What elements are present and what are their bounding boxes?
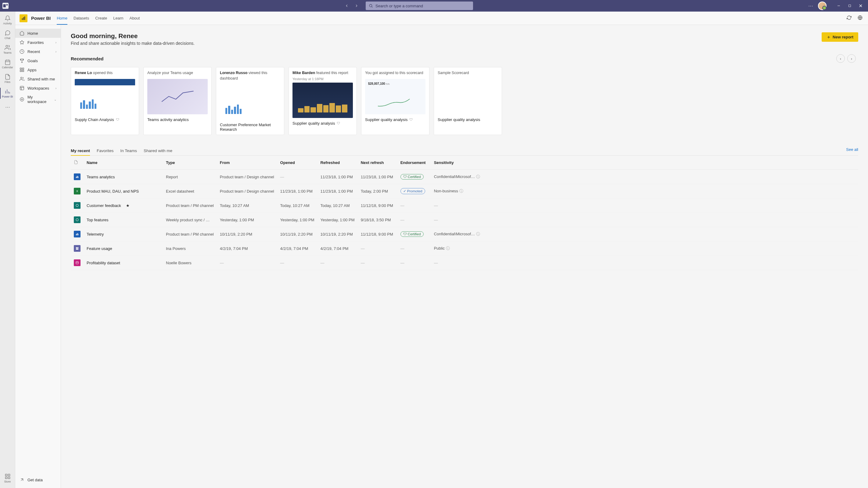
cell-next: Today, 2:00 PM: [358, 184, 397, 198]
carousel-next-button[interactable]: ›: [847, 54, 856, 63]
cell-type: Product team / PM channel: [163, 227, 217, 241]
star-icon: ★: [126, 203, 130, 208]
tab-my-recent[interactable]: My recent: [71, 146, 90, 156]
rail-calendar[interactable]: Calendar: [0, 57, 15, 71]
table-row[interactable]: Customer feedback★ Product team / PM cha…: [71, 198, 858, 213]
tab-in-teams[interactable]: In Teams: [121, 146, 137, 156]
column-header[interactable]: [71, 156, 84, 170]
tab-about[interactable]: About: [129, 11, 140, 25]
content-table: NameTypeFromOpenedRefreshedNext refreshE…: [71, 156, 858, 270]
card-header: Mike Barden featured this report: [289, 67, 356, 77]
item-name: Profitability dataset: [87, 261, 120, 265]
tab-create[interactable]: Create: [95, 11, 107, 25]
refresh-button[interactable]: [845, 14, 853, 22]
cell-sensitivity: —: [431, 213, 858, 227]
globe-button[interactable]: [857, 14, 864, 22]
tab-favorites[interactable]: Favorites: [97, 146, 114, 156]
column-header[interactable]: From: [217, 156, 277, 170]
item-name: Teams analytics: [87, 175, 115, 179]
side-get-data[interactable]: Get data: [15, 475, 61, 484]
window-maximize-button[interactable]: [845, 2, 855, 10]
recommended-card[interactable]: You got assigned to this scorecard $28,0…: [361, 67, 429, 135]
column-header[interactable]: Next refresh: [358, 156, 397, 170]
user-avatar[interactable]: [818, 2, 827, 10]
column-header[interactable]: Sensitivity: [431, 156, 858, 170]
history-forward-button[interactable]: [352, 2, 361, 10]
column-header[interactable]: Endorsement: [397, 156, 431, 170]
window-minimize-button[interactable]: [834, 2, 844, 10]
rail-powerbi[interactable]: Power BI: [0, 86, 15, 101]
home-icon: [20, 31, 24, 36]
rail-teams[interactable]: Teams: [0, 42, 15, 57]
rail-files[interactable]: Files: [0, 71, 15, 86]
column-header[interactable]: Opened: [277, 156, 317, 170]
side-apps[interactable]: Apps: [15, 65, 61, 74]
table-row[interactable]: Teams analytics Report Product team / De…: [71, 170, 858, 184]
certified-badge: 🛡 Certified: [400, 174, 424, 180]
tab-shared-with-me[interactable]: Shared with me: [144, 146, 172, 156]
search-input[interactable]: [375, 4, 470, 8]
side-goals[interactable]: Goals: [15, 56, 61, 65]
side-favorites[interactable]: Favorites ›: [15, 38, 61, 47]
side-label: Recent: [27, 50, 40, 54]
rail-activity[interactable]: Activity: [0, 13, 15, 27]
card-title: Customer Preference Market Research: [216, 120, 284, 135]
trophy-icon: [20, 58, 24, 63]
card-title: Supplier quality analysis 🛡: [289, 118, 356, 129]
side-home[interactable]: Home: [15, 29, 61, 38]
tab-learn[interactable]: Learn: [113, 11, 123, 25]
column-header[interactable]: Type: [163, 156, 217, 170]
column-header[interactable]: Name: [84, 156, 163, 170]
recommended-card[interactable]: Lorenzo Russo viewed this dashboard Cust…: [216, 67, 284, 135]
app-title: Power BI: [31, 15, 51, 21]
new-report-button[interactable]: New report: [822, 32, 858, 42]
table-row[interactable]: Feature usage Ina Powers 4/2/19, 7:04 PM…: [71, 241, 858, 256]
rail-chat[interactable]: Chat: [0, 27, 15, 42]
calendar-icon: [5, 59, 11, 65]
item-name: Telemetry: [87, 232, 104, 236]
history-back-button[interactable]: [342, 2, 351, 10]
card-header: Analyze your Teams usage: [144, 67, 211, 77]
table-row[interactable]: Profitability dataset Noelle Bowers — — …: [71, 256, 858, 270]
see-all-link[interactable]: See all: [846, 147, 858, 152]
svg-point-22: [21, 99, 23, 100]
column-header[interactable]: Refreshed: [317, 156, 358, 170]
cell-refreshed: 4/2/19, 7:04 PM: [317, 241, 358, 256]
more-options-button[interactable]: ⋯: [807, 2, 814, 10]
promoted-badge: ✓ Promoted: [400, 188, 425, 194]
cell-next: —: [358, 256, 397, 270]
cell-type: Excel datasheet: [163, 184, 217, 198]
chevron-right-icon: ›: [56, 87, 56, 90]
svg-point-23: [20, 98, 24, 101]
shared-icon: [20, 76, 24, 82]
side-workspaces[interactable]: Workspaces ›: [15, 84, 61, 93]
side-recent[interactable]: Recent ›: [15, 47, 61, 56]
cell-type: Report: [163, 170, 217, 184]
tab-home[interactable]: Home: [57, 11, 67, 25]
cell-sensitivity: Confidential\Microsof… ⓘ: [431, 170, 858, 184]
carousel-prev-button[interactable]: ‹: [836, 54, 845, 63]
window-close-button[interactable]: [856, 2, 866, 10]
cell-endorsement: 🛡 Certified: [397, 227, 431, 241]
card-header: Sample Scorecard: [434, 67, 502, 77]
side-my-workspace[interactable]: My workspace ⌄: [15, 93, 61, 106]
side-shared[interactable]: Shared with me: [15, 74, 61, 84]
recommended-card[interactable]: Renee Lo opened this Supply Chain Analys…: [71, 67, 139, 135]
recommended-card[interactable]: Sample Scorecard Supplier quality analys…: [434, 67, 502, 135]
search-box[interactable]: [366, 2, 473, 10]
cell-from: Product team / Design channel: [217, 184, 277, 198]
cell-opened: Yesterday, 1:00 PM: [277, 213, 317, 227]
table-row[interactable]: Product MAU, DAU, and NPS Excel datashee…: [71, 184, 858, 198]
table-row[interactable]: Telemetry Product team / PM channel 10/1…: [71, 227, 858, 241]
card-title: Teams activity analytics: [144, 114, 211, 125]
greeting-subtitle: Find and share actionable insights to ma…: [71, 41, 858, 46]
recommended-card[interactable]: Mike Barden featured this report Yesterd…: [288, 67, 357, 135]
svg-point-20: [21, 77, 22, 79]
rail-store[interactable]: Store: [0, 471, 15, 486]
rail-more-button[interactable]: ⋯: [3, 102, 12, 112]
svg-rect-12: [24, 17, 25, 20]
table-row[interactable]: Top features Weekly product sync / … Yes…: [71, 213, 858, 227]
tab-datasets[interactable]: Datasets: [73, 11, 89, 25]
recommended-card[interactable]: Analyze your Teams usage Teams activity …: [143, 67, 212, 135]
app-rail: Activity Chat Teams Calendar Files Power…: [0, 11, 15, 488]
